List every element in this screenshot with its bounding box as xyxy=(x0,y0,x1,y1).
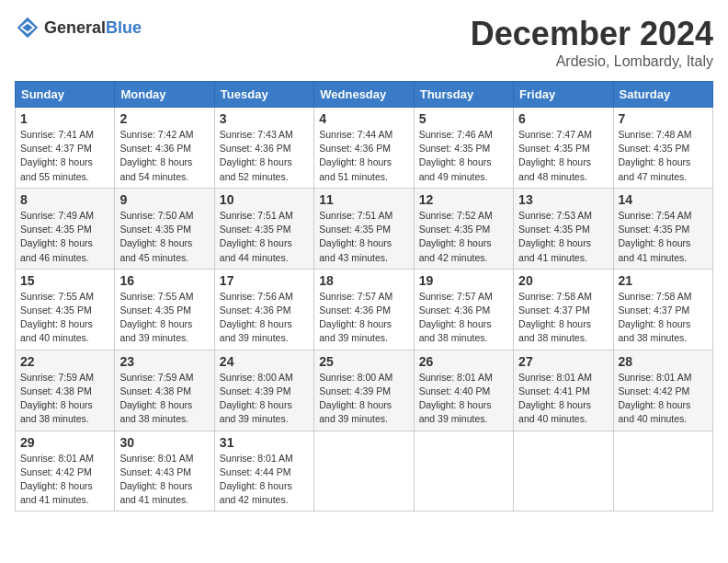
cell-text: Sunrise: 7:57 AMSunset: 4:36 PMDaylight:… xyxy=(419,291,493,344)
cell-text: Sunrise: 7:57 AMSunset: 4:36 PMDaylight:… xyxy=(319,291,392,344)
cell-text: Sunrise: 7:42 AMSunset: 4:36 PMDaylight:… xyxy=(119,129,193,182)
cell-text: Sunrise: 8:01 AMSunset: 4:42 PMDaylight:… xyxy=(20,453,94,506)
day-number: 30 xyxy=(119,435,209,450)
table-row xyxy=(514,431,613,511)
day-number: 19 xyxy=(419,273,508,288)
day-number: 22 xyxy=(20,354,109,369)
day-number: 25 xyxy=(319,354,408,369)
logo: GeneralBlue xyxy=(15,15,142,40)
table-row xyxy=(414,431,513,511)
calendar-week-row: 1 Sunrise: 7:41 AMSunset: 4:37 PMDayligh… xyxy=(16,108,713,189)
table-row: 9 Sunrise: 7:50 AMSunset: 4:35 PMDayligh… xyxy=(115,188,214,269)
table-row: 8 Sunrise: 7:49 AMSunset: 4:35 PMDayligh… xyxy=(16,188,115,269)
cell-text: Sunrise: 7:47 AMSunset: 4:35 PMDaylight:… xyxy=(518,129,592,182)
day-number: 14 xyxy=(619,192,708,207)
table-row: 21 Sunrise: 7:58 AMSunset: 4:37 PMDaylig… xyxy=(613,269,712,350)
col-wednesday: Wednesday xyxy=(314,82,414,108)
cell-text: Sunrise: 7:58 AMSunset: 4:37 PMDaylight:… xyxy=(619,291,692,344)
day-number: 9 xyxy=(119,192,209,207)
cell-text: Sunrise: 7:44 AMSunset: 4:36 PMDaylight:… xyxy=(319,129,392,182)
day-number: 7 xyxy=(619,111,708,126)
cell-text: Sunrise: 7:49 AMSunset: 4:35 PMDaylight:… xyxy=(20,210,94,263)
table-row: 18 Sunrise: 7:57 AMSunset: 4:36 PMDaylig… xyxy=(314,269,414,350)
table-row: 16 Sunrise: 7:55 AMSunset: 4:35 PMDaylig… xyxy=(115,269,214,350)
table-row xyxy=(314,431,414,511)
cell-text: Sunrise: 7:46 AMSunset: 4:35 PMDaylight:… xyxy=(419,129,493,182)
table-row: 12 Sunrise: 7:52 AMSunset: 4:35 PMDaylig… xyxy=(414,188,513,269)
table-row: 7 Sunrise: 7:48 AMSunset: 4:35 PMDayligh… xyxy=(613,108,712,189)
page-header: GeneralBlue December 2024 Ardesio, Lomba… xyxy=(15,15,713,70)
cell-text: Sunrise: 8:01 AMSunset: 4:43 PMDaylight:… xyxy=(119,453,193,506)
cell-text: Sunrise: 7:59 AMSunset: 4:38 PMDaylight:… xyxy=(119,372,193,425)
table-row: 25 Sunrise: 8:00 AMSunset: 4:39 PMDaylig… xyxy=(314,350,414,431)
cell-text: Sunrise: 8:01 AMSunset: 4:40 PMDaylight:… xyxy=(419,372,493,425)
day-number: 26 xyxy=(419,354,508,369)
cell-text: Sunrise: 8:01 AMSunset: 4:42 PMDaylight:… xyxy=(619,372,692,425)
day-number: 29 xyxy=(20,435,109,450)
cell-text: Sunrise: 8:01 AMSunset: 4:41 PMDaylight:… xyxy=(518,372,592,425)
table-row: 6 Sunrise: 7:47 AMSunset: 4:35 PMDayligh… xyxy=(514,108,613,189)
table-row: 27 Sunrise: 8:01 AMSunset: 4:41 PMDaylig… xyxy=(514,350,613,431)
table-row: 20 Sunrise: 7:58 AMSunset: 4:37 PMDaylig… xyxy=(514,269,613,350)
table-row: 23 Sunrise: 7:59 AMSunset: 4:38 PMDaylig… xyxy=(115,350,214,431)
day-number: 31 xyxy=(220,435,309,450)
col-sunday: Sunday xyxy=(16,82,115,108)
cell-text: Sunrise: 8:01 AMSunset: 4:44 PMDaylight:… xyxy=(220,453,293,506)
day-number: 21 xyxy=(619,273,708,288)
cell-text: Sunrise: 8:00 AMSunset: 4:39 PMDaylight:… xyxy=(319,372,392,425)
cell-text: Sunrise: 7:41 AMSunset: 4:37 PMDaylight:… xyxy=(20,129,94,182)
day-number: 16 xyxy=(119,273,209,288)
cell-text: Sunrise: 7:59 AMSunset: 4:38 PMDaylight:… xyxy=(20,372,94,425)
calendar-week-row: 8 Sunrise: 7:49 AMSunset: 4:35 PMDayligh… xyxy=(16,188,713,269)
cell-text: Sunrise: 7:55 AMSunset: 4:35 PMDaylight:… xyxy=(20,291,94,344)
calendar-week-row: 15 Sunrise: 7:55 AMSunset: 4:35 PMDaylig… xyxy=(16,269,713,350)
day-number: 5 xyxy=(419,111,508,126)
day-number: 18 xyxy=(319,273,408,288)
day-number: 3 xyxy=(220,111,309,126)
cell-text: Sunrise: 7:48 AMSunset: 4:35 PMDaylight:… xyxy=(619,129,692,182)
col-monday: Monday xyxy=(115,82,214,108)
day-number: 4 xyxy=(319,111,408,126)
table-row xyxy=(613,431,712,511)
col-tuesday: Tuesday xyxy=(214,82,313,108)
day-number: 23 xyxy=(119,354,209,369)
table-row: 31 Sunrise: 8:01 AMSunset: 4:44 PMDaylig… xyxy=(214,431,313,511)
cell-text: Sunrise: 7:55 AMSunset: 4:35 PMDaylight:… xyxy=(119,291,193,344)
day-number: 12 xyxy=(419,192,508,207)
table-row: 13 Sunrise: 7:53 AMSunset: 4:35 PMDaylig… xyxy=(514,188,613,269)
calendar-table: Sunday Monday Tuesday Wednesday Thursday… xyxy=(15,81,713,511)
day-number: 11 xyxy=(319,192,408,207)
day-number: 20 xyxy=(518,273,608,288)
day-number: 24 xyxy=(220,354,309,369)
table-row: 11 Sunrise: 7:51 AMSunset: 4:35 PMDaylig… xyxy=(314,188,414,269)
day-number: 15 xyxy=(20,273,109,288)
table-row: 4 Sunrise: 7:44 AMSunset: 4:36 PMDayligh… xyxy=(314,108,414,189)
day-number: 6 xyxy=(518,111,608,126)
table-row: 17 Sunrise: 7:56 AMSunset: 4:36 PMDaylig… xyxy=(214,269,313,350)
table-row: 28 Sunrise: 8:01 AMSunset: 4:42 PMDaylig… xyxy=(613,350,712,431)
table-row: 3 Sunrise: 7:43 AMSunset: 4:36 PMDayligh… xyxy=(214,108,313,189)
table-row: 22 Sunrise: 7:59 AMSunset: 4:38 PMDaylig… xyxy=(16,350,115,431)
month-title: December 2024 xyxy=(471,15,713,53)
table-row: 2 Sunrise: 7:42 AMSunset: 4:36 PMDayligh… xyxy=(115,108,214,189)
day-number: 13 xyxy=(518,192,608,207)
logo-blue: Blue xyxy=(106,18,142,37)
table-row: 30 Sunrise: 8:01 AMSunset: 4:43 PMDaylig… xyxy=(115,431,214,511)
table-row: 15 Sunrise: 7:55 AMSunset: 4:35 PMDaylig… xyxy=(16,269,115,350)
calendar-header-row: Sunday Monday Tuesday Wednesday Thursday… xyxy=(16,82,713,108)
table-row: 26 Sunrise: 8:01 AMSunset: 4:40 PMDaylig… xyxy=(414,350,513,431)
cell-text: Sunrise: 7:54 AMSunset: 4:35 PMDaylight:… xyxy=(619,210,692,263)
day-number: 27 xyxy=(518,354,608,369)
table-row: 10 Sunrise: 7:51 AMSunset: 4:35 PMDaylig… xyxy=(214,188,313,269)
day-number: 10 xyxy=(220,192,309,207)
table-row: 19 Sunrise: 7:57 AMSunset: 4:36 PMDaylig… xyxy=(414,269,513,350)
table-row: 24 Sunrise: 8:00 AMSunset: 4:39 PMDaylig… xyxy=(214,350,313,431)
cell-text: Sunrise: 8:00 AMSunset: 4:39 PMDaylight:… xyxy=(220,372,293,425)
cell-text: Sunrise: 7:52 AMSunset: 4:35 PMDaylight:… xyxy=(419,210,493,263)
calendar-week-row: 29 Sunrise: 8:01 AMSunset: 4:42 PMDaylig… xyxy=(16,431,713,511)
table-row: 5 Sunrise: 7:46 AMSunset: 4:35 PMDayligh… xyxy=(414,108,513,189)
day-number: 28 xyxy=(619,354,708,369)
day-number: 8 xyxy=(20,192,109,207)
cell-text: Sunrise: 7:43 AMSunset: 4:36 PMDaylight:… xyxy=(220,129,293,182)
table-row: 1 Sunrise: 7:41 AMSunset: 4:37 PMDayligh… xyxy=(16,108,115,189)
